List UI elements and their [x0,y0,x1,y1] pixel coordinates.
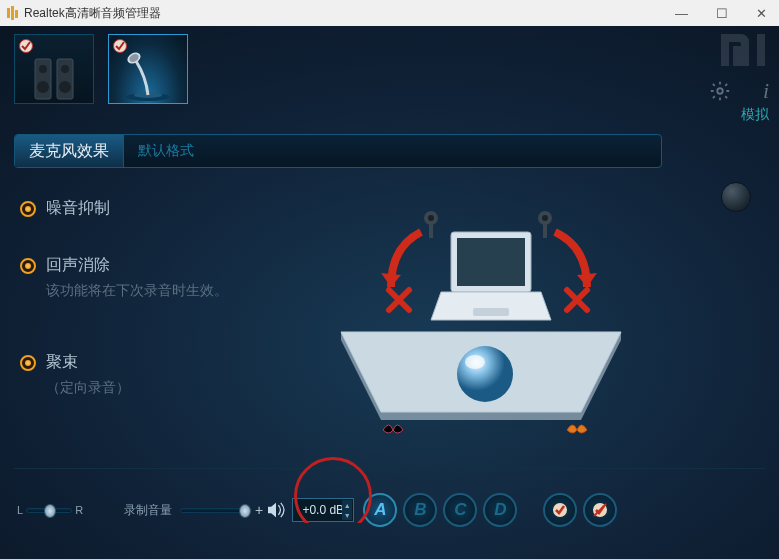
svg-rect-1 [11,6,14,20]
check-icon [113,39,127,53]
option-label: 噪音抑制 [46,198,110,219]
svg-rect-4 [757,34,765,66]
option-sublabel: 该功能将在下次录音时生效。 [46,282,300,300]
titlebar: Realtek高清晰音频管理器 — ☐ ✕ [0,0,779,26]
device-selector-row [14,34,188,104]
option-label: 回声消除 [46,255,110,276]
tab-mic-effects[interactable]: 麦克风效果 [15,135,124,167]
device-microphone[interactable] [108,34,188,104]
plus-icon: + [255,502,263,518]
preset-c-button[interactable]: C [443,493,477,527]
svg-point-11 [59,81,71,93]
svg-point-9 [37,81,49,93]
info-icon[interactable]: i [747,80,769,102]
balance-right-label: R [75,504,83,516]
gear-icon[interactable] [709,80,731,102]
svg-point-10 [61,65,69,73]
cancel-button[interactable] [583,493,617,527]
illustration [300,182,662,462]
svg-rect-2 [15,10,18,18]
maximize-button[interactable]: ☐ [716,6,728,21]
balance-slider[interactable] [26,508,72,513]
balance-left-label: L [17,504,23,516]
app-body: i 模拟 [0,26,779,559]
tab-default-format[interactable]: 默认格式 [124,135,208,167]
mi-logo-icon [721,34,769,66]
speakers-icon [31,53,77,103]
preset-a-button[interactable]: A [363,493,397,527]
close-button[interactable]: ✕ [756,6,767,21]
option-noise-suppression[interactable]: 噪音抑制 [20,198,300,219]
rec-volume-slider[interactable] [180,508,252,513]
gain-db-input[interactable]: +0.0 dB ▲▼ [292,498,354,522]
preset-b-button[interactable]: B [403,493,437,527]
bottom-bar: L R 录制音量 + +0.0 dB ▲▼ A B C D [14,468,765,535]
minimize-button[interactable]: — [675,6,688,21]
radio-icon [20,201,36,217]
content-area: 噪音抑制 回声消除 该功能将在下次录音时生效。 聚束 （定向录音） [20,182,662,462]
option-label: 聚束 [46,352,78,373]
apply-button[interactable] [543,493,577,527]
svg-point-30 [465,355,485,369]
tabs: 麦克风效果 默认格式 [14,134,662,168]
rec-volume-label: 录制音量 [124,502,172,519]
gain-spinner[interactable]: ▲▼ [342,500,352,520]
svg-rect-0 [7,8,10,18]
gain-db-value: +0.0 dB [302,503,344,517]
option-beam-forming[interactable]: 聚束 （定向录音） [20,352,300,397]
svg-point-29 [457,346,513,402]
options-panel: 噪音抑制 回声消除 该功能将在下次录音时生效。 聚束 （定向录音） [20,182,300,462]
svg-rect-3 [733,46,741,66]
check-icon [19,39,33,53]
jack-indicator[interactable] [721,182,751,212]
radio-icon [20,258,36,274]
top-right-panel: i 模拟 [709,34,769,124]
radio-icon [20,355,36,371]
svg-point-21 [428,215,434,221]
option-echo-cancel[interactable]: 回声消除 该功能将在下次录音时生效。 [20,255,300,300]
preset-d-button[interactable]: D [483,493,517,527]
svg-rect-18 [473,308,509,316]
mode-label[interactable]: 模拟 [709,106,769,124]
microphone-icon [118,47,178,103]
annotation-circle [294,457,372,535]
svg-point-8 [39,65,47,73]
device-speakers[interactable] [14,34,94,104]
option-sublabel: （定向录音） [46,379,300,397]
svg-rect-17 [457,238,525,286]
app-icon [6,6,20,20]
svg-point-5 [717,88,723,94]
svg-point-24 [542,215,548,221]
window-title: Realtek高清晰音频管理器 [24,5,675,22]
speaker-icon [266,502,286,518]
